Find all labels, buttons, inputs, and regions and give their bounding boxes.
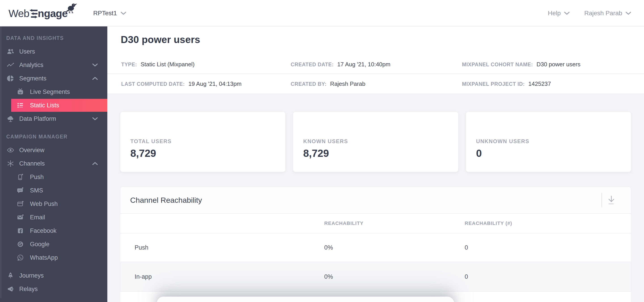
- metadata-last-computed-date: LAST COMPUTED DATE: 19 Aug '21, 04:13pm: [121, 80, 242, 87]
- metadata-created-by: CREATED BY: Rajesh Parab: [291, 80, 366, 87]
- sidebar-section-campaign-manager: CAMPAIGN MANAGER: [0, 130, 107, 143]
- sidebar-item-label: Overview: [19, 147, 44, 154]
- cell-reachability: 0%: [324, 244, 333, 251]
- cell-channel: In-app: [134, 273, 152, 280]
- sidebar-item-sms[interactable]: SMS: [0, 184, 107, 197]
- channels-icon: [6, 159, 15, 168]
- total-users-card: TOTAL USERS 8,729: [120, 112, 286, 172]
- topbar: Webngage RPTest1 Help Rajesh Parab: [0, 0, 644, 27]
- sidebar-item-label: Analytics: [19, 62, 44, 69]
- sidebar-item-whatsapp[interactable]: WhatsApp: [0, 251, 107, 264]
- metadata-row-1: TYPE: Static List (Mixpanel) CREATED DAT…: [107, 55, 644, 74]
- metadata-value: 19 Aug '21, 04:13pm: [188, 80, 242, 87]
- sidebar-item-segments[interactable]: Segments: [0, 72, 107, 85]
- sidebar-item-label: Data Platform: [19, 115, 56, 122]
- metadata-label: CREATED BY:: [291, 81, 326, 87]
- metadata-mixpanel-project-id: MIXPANEL PROJECT ID: 1425237: [462, 80, 551, 87]
- sidebar: DATA AND INSIGHTS Users Analytics Segmen…: [0, 27, 107, 302]
- sidebar-item-label: Static Lists: [30, 102, 59, 109]
- sidebar-item-label: WhatsApp: [30, 254, 58, 261]
- sidebar-item-relays[interactable]: Relays: [0, 282, 107, 296]
- cell-channel: Push: [134, 244, 148, 251]
- table-row-in-app: In-app 0% 0: [120, 262, 631, 292]
- metadata-value: D30 power users: [536, 61, 580, 68]
- google-icon: [16, 240, 24, 248]
- sidebar-item-google[interactable]: Google: [0, 237, 107, 251]
- card-label: UNKNOWN USERS: [476, 138, 631, 144]
- list-header-section: D30 power users TYPE: Static List (Mixpa…: [107, 27, 644, 94]
- metadata-type: TYPE: Static List (Mixpanel): [121, 61, 194, 68]
- stat-cards: TOTAL USERS 8,729 KNOWN USERS 8,729 UNKN…: [120, 112, 631, 172]
- web-push-icon: [16, 200, 24, 208]
- card-value: 8,729: [130, 147, 285, 159]
- email-icon: [16, 213, 24, 222]
- metadata-row-2: LAST COMPUTED DATE: 19 Aug '21, 04:13pm …: [107, 74, 644, 94]
- sidebar-item-label: Google: [30, 241, 50, 248]
- sidebar-item-label: Email: [30, 214, 45, 221]
- download-icon: [606, 194, 617, 206]
- sidebar-item-channels[interactable]: Channels: [0, 157, 107, 170]
- logo-e-arrows-icon: [30, 9, 38, 19]
- help-label: Help: [548, 10, 561, 17]
- sidebar-item-users[interactable]: Users: [0, 45, 107, 58]
- chevron-down-icon: [626, 11, 631, 15]
- metadata-value: Static List (Mixpanel): [141, 61, 194, 68]
- sidebar-section-data-and-insights: DATA AND INSIGHTS: [0, 31, 107, 45]
- sidebar-item-analytics[interactable]: Analytics: [0, 58, 107, 72]
- download-button[interactable]: [606, 194, 617, 206]
- sidebar-item-label: Relays: [19, 286, 38, 292]
- project-name: RPTest1: [93, 10, 117, 17]
- sidebar-item-label: Journeys: [19, 272, 44, 279]
- sidebar-item-data-platform[interactable]: Data Platform: [0, 112, 107, 125]
- overlay-shadow: [157, 297, 454, 302]
- metadata-label: LAST COMPUTED DATE:: [121, 81, 185, 87]
- logo-text-engage: ngage: [38, 7, 68, 20]
- metadata-label: CREATED DATE:: [291, 61, 334, 67]
- metadata-mixpanel-cohort-name: MIXPANEL COHORT NAME: D30 power users: [462, 61, 580, 68]
- card-label: KNOWN USERS: [303, 138, 458, 144]
- cell-reachability-count: 0: [465, 244, 468, 251]
- cell-reachability-count: 0: [465, 273, 468, 280]
- sidebar-item-live-segments[interactable]: Live Segments: [0, 85, 107, 99]
- sidebar-item-label: Channels: [19, 160, 45, 167]
- metadata-value: 17 Aug '21, 10:40pm: [337, 61, 390, 68]
- project-selector[interactable]: RPTest1: [93, 0, 126, 27]
- page-title: D30 power users: [121, 34, 200, 45]
- push-phone-icon: [16, 173, 24, 181]
- static-lists-icon: [16, 101, 24, 109]
- live-segments-icon: [16, 88, 24, 96]
- logo-bird-icon: [64, 2, 77, 14]
- sidebar-item-label: Users: [19, 48, 35, 55]
- table-row-push: Push 0% 0: [120, 233, 631, 262]
- data-platform-icon: [6, 114, 15, 123]
- user-menu[interactable]: Rajesh Parab: [584, 0, 631, 27]
- sidebar-item-email[interactable]: Email: [0, 211, 107, 224]
- sidebar-item-push[interactable]: Push: [0, 170, 107, 184]
- chevron-down-icon: [92, 117, 98, 121]
- header-divider: [602, 193, 602, 207]
- sidebar-item-web-push[interactable]: Web Push: [0, 197, 107, 211]
- metadata-label: MIXPANEL COHORT NAME:: [462, 61, 533, 67]
- segments-icon: [6, 74, 15, 83]
- chevron-down-icon: [564, 11, 570, 15]
- chevron-down-icon: [92, 63, 98, 67]
- webengage-logo[interactable]: Webngage: [8, 5, 68, 21]
- metadata-created-date: CREATED DATE: 17 Aug '21, 10:40pm: [291, 61, 390, 68]
- chevron-down-icon: [120, 11, 126, 15]
- known-users-card: KNOWN USERS 8,729: [293, 112, 458, 172]
- metadata-value: 1425237: [528, 80, 551, 87]
- sidebar-item-overview[interactable]: Overview: [0, 143, 107, 157]
- sidebar-item-facebook[interactable]: Facebook: [0, 224, 107, 237]
- table-header-row: REACHABILITY REACHABILITY (#): [120, 214, 631, 233]
- overview-eye-icon: [6, 146, 15, 154]
- journeys-rocket-icon: [6, 271, 15, 280]
- facebook-icon: [16, 226, 24, 235]
- sidebar-item-label: Live Segments: [30, 88, 70, 95]
- metadata-value: Rajesh Parab: [330, 80, 366, 87]
- sidebar-item-journeys[interactable]: Journeys: [0, 269, 107, 282]
- help-menu[interactable]: Help: [548, 0, 570, 27]
- chevron-up-icon: [92, 162, 98, 166]
- sidebar-item-static-lists[interactable]: Static Lists: [11, 99, 107, 112]
- sidebar-item-label: Segments: [19, 75, 46, 82]
- users-icon: [6, 47, 15, 56]
